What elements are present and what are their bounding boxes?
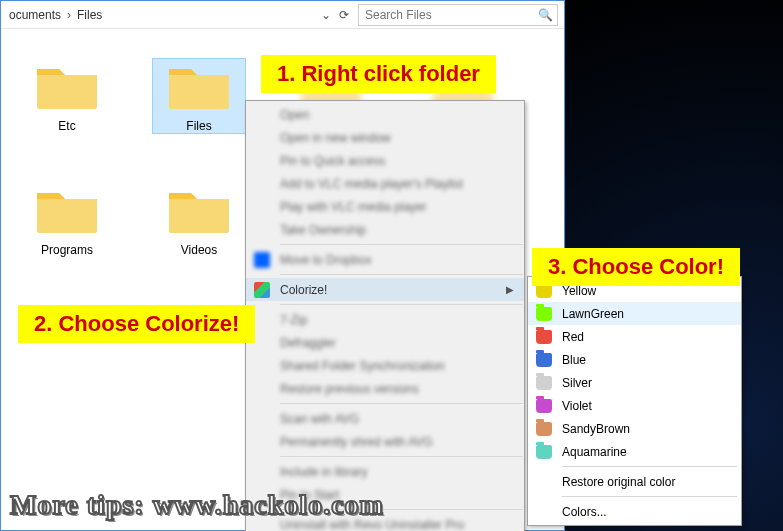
callout-step1: 1. Right click folder [261, 55, 496, 93]
dropdown-icon[interactable]: ⌄ [318, 7, 334, 23]
search-icon[interactable]: 🔍 [537, 7, 553, 23]
folder-programs[interactable]: Programs [21, 183, 113, 257]
ctx-item[interactable]: Take Ownership [246, 218, 524, 241]
color-option-blue[interactable]: Blue [528, 348, 741, 371]
color-label: SandyBrown [562, 422, 630, 436]
ctx-item[interactable]: Restore previous versions [246, 377, 524, 400]
color-swatch-icon [536, 399, 552, 413]
separator [280, 304, 523, 305]
breadcrumb-part-2[interactable]: Files [73, 6, 106, 24]
folder-label: Videos [153, 243, 245, 257]
folder-icon [32, 183, 102, 239]
ctx-item[interactable]: Play with VLC media player [246, 195, 524, 218]
color-swatch-icon [536, 445, 552, 459]
ctx-item[interactable]: 7-Zip [246, 308, 524, 331]
color-swatch-icon [536, 307, 552, 321]
color-label: Red [562, 330, 584, 344]
folder-label: Files [153, 119, 245, 133]
ctx-item[interactable]: Scan with AVG [246, 407, 524, 430]
folder-icon [32, 59, 102, 115]
ctx-item[interactable]: Permanently shred with AVG [246, 430, 524, 453]
color-swatch-icon [536, 422, 552, 436]
color-option-violet[interactable]: Violet [528, 394, 741, 417]
context-menu[interactable]: Open Open in new window Pin to Quick acc… [245, 100, 525, 531]
dropbox-icon [254, 252, 270, 268]
refresh-icon[interactable]: ⟳ [336, 7, 352, 23]
breadcrumb-part-1[interactable]: ocuments [5, 6, 65, 24]
callout-step2: 2. Choose Colorize! [18, 305, 255, 343]
separator [280, 274, 523, 275]
breadcrumb[interactable]: ocuments › Files [1, 6, 312, 24]
toolbar: ocuments › Files ⌄ ⟳ 🔍 [1, 1, 564, 29]
tips-watermark: More tips: www.hackolo.com [10, 489, 384, 521]
folder-etc[interactable]: Etc [21, 59, 113, 133]
color-label: Violet [562, 399, 592, 413]
color-label: LawnGreen [562, 307, 624, 321]
color-swatch-icon [536, 353, 552, 367]
ctx-item[interactable]: Defraggler [246, 331, 524, 354]
separator [562, 466, 737, 467]
search-field[interactable] [363, 7, 537, 23]
color-swatch-icon [536, 330, 552, 344]
color-option-aquamarine[interactable]: Aquamarine [528, 440, 741, 463]
separator [280, 244, 523, 245]
color-label: Aquamarine [562, 445, 627, 459]
color-option-red[interactable]: Red [528, 325, 741, 348]
ctx-item[interactable]: Open in new window [246, 126, 524, 149]
colorize-icon [254, 282, 270, 298]
color-label: Blue [562, 353, 586, 367]
folder-icon [164, 183, 234, 239]
folder-label: Programs [21, 243, 113, 257]
separator [280, 456, 523, 457]
submenu-arrow-icon: ▶ [506, 284, 514, 295]
ctx-item[interactable]: Include in library [246, 460, 524, 483]
ctx-item[interactable]: Open [246, 103, 524, 126]
ctx-dropbox[interactable]: Move to Dropbox [246, 248, 524, 271]
colorize-submenu[interactable]: YellowLawnGreenRedBlueSilverVioletSandyB… [527, 276, 742, 526]
search-input[interactable]: 🔍 [358, 4, 558, 26]
ctx-colorize[interactable]: Colorize! ▶ [246, 278, 524, 301]
color-label: Silver [562, 376, 592, 390]
callout-step3: 3. Choose Color! [532, 248, 740, 286]
folder-videos[interactable]: Videos [153, 183, 245, 257]
separator [562, 496, 737, 497]
folder-label: Etc [21, 119, 113, 133]
more-colors[interactable]: Colors... [528, 500, 741, 523]
ctx-item[interactable]: Pin to Quick access [246, 149, 524, 172]
colorize-label: Colorize! [280, 283, 327, 297]
restore-color[interactable]: Restore original color [528, 470, 741, 493]
color-option-lawngreen[interactable]: LawnGreen [528, 302, 741, 325]
folder-icon [164, 59, 234, 115]
color-option-silver[interactable]: Silver [528, 371, 741, 394]
ctx-item[interactable]: Add to VLC media player's Playlist [246, 172, 524, 195]
color-swatch-icon [536, 376, 552, 390]
color-option-sandybrown[interactable]: SandyBrown [528, 417, 741, 440]
separator [280, 403, 523, 404]
ctx-item[interactable]: Shared Folder Synchronization [246, 354, 524, 377]
chevron-right-icon: › [65, 8, 73, 22]
folder-files[interactable]: Files [153, 59, 245, 133]
